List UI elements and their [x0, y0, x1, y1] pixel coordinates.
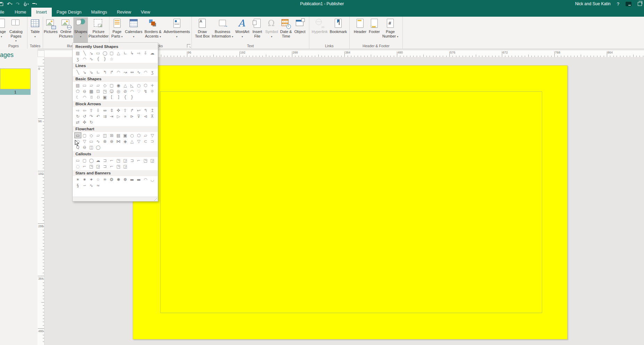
shape-rounded-rectangular-callout-icon[interactable]: ▢	[81, 157, 88, 163]
calendars-button[interactable]: Calendars▾	[124, 17, 144, 43]
shape-curved-right-arrow-icon[interactable]: ↻	[74, 113, 81, 119]
shape-line-callout-2-accent-bar-icon[interactable]: ⌐	[136, 157, 142, 163]
borders-and-accents-button[interactable]: Borders &Accents ▾	[144, 17, 163, 43]
shape-line-callout-3-accent-bar-icon[interactable]: ◳	[142, 157, 149, 163]
shape-arc-icon[interactable]: ◠	[81, 56, 88, 62]
shape-oval-callout-icon[interactable]: ◯	[88, 157, 95, 163]
shape-up-down-arrow-icon[interactable]: ⇕	[108, 107, 115, 113]
restore-window-button[interactable]	[638, 2, 642, 6]
shape-line-icon[interactable]: ╲	[81, 50, 88, 56]
shape-collate-icon[interactable]: ⋈	[115, 138, 122, 144]
shape-double-wave-icon[interactable]: ≈	[95, 182, 102, 188]
shape-display-icon[interactable]: ◯	[95, 144, 102, 150]
advertisements-button[interactable]: Advertisements▾	[163, 17, 191, 43]
shape-internal-storage-icon[interactable]: ⊞	[108, 132, 115, 138]
shape-double-brace-icon[interactable]: {}	[95, 94, 102, 100]
shape-stored-data-icon[interactable]: ⊂	[142, 138, 149, 144]
shape-scribble-icon[interactable]: ʒ	[74, 56, 81, 62]
shape-multidocument-icon[interactable]: ▣	[122, 132, 129, 138]
shape-curved-up-ribbon-icon[interactable]: ◠	[142, 176, 149, 182]
shape-curved-left-arrow-icon[interactable]: ↺	[81, 113, 88, 119]
shape-lightning-bolt-icon[interactable]: ↯	[142, 88, 149, 94]
shape-horizontal-scroll-icon[interactable]: ∽	[81, 182, 88, 188]
touch-mode-button[interactable]: ▾	[23, 2, 29, 6]
shape-circular-arrow-icon[interactable]: ↻	[88, 119, 95, 125]
shape-merge-icon[interactable]: ▽	[136, 138, 142, 144]
shape-heart-icon[interactable]: ♡	[136, 88, 142, 94]
shape-pentagon-icon[interactable]: ▷	[115, 113, 122, 119]
shape-line-callout-1-no-border-icon[interactable]: ◌	[74, 163, 81, 169]
shape-isosceles-triangle-icon[interactable]: △	[122, 82, 129, 88]
shape-u-turn-arrow-icon[interactable]: ↩	[136, 107, 142, 113]
shape-elbow-arrow-connector-icon[interactable]: ↰	[101, 69, 108, 75]
shapes-button[interactable]: Shapes▾	[73, 17, 88, 43]
shape-sun-icon[interactable]: ☼	[149, 88, 156, 94]
date-and-time-button[interactable]: Date &Time	[279, 17, 293, 43]
shape-wave-icon[interactable]: ∿	[88, 182, 95, 188]
tab-file[interactable]: File	[0, 8, 10, 17]
shape-line-callout-4-border-and-accent-bar-icon[interactable]: ◲	[122, 163, 129, 169]
shape-off-page-connector-icon[interactable]: ▽	[81, 138, 88, 144]
shape-bent-up-arrow-icon[interactable]: ↥	[149, 107, 156, 113]
shape-manual-operation-icon[interactable]: ▽	[149, 132, 156, 138]
symbol-button[interactable]: Symbol▾	[264, 17, 279, 43]
shape-line-callout-4-icon[interactable]: ◲	[122, 157, 129, 163]
shape-quad-arrow-icon[interactable]: ✜	[115, 107, 122, 113]
page-number-button[interactable]: PageNumber ▾	[381, 17, 399, 43]
online-pictures-button[interactable]: OnlinePictures	[58, 17, 74, 43]
page-thumbnail[interactable]: 1	[0, 68, 31, 95]
shape-right-bracket-icon[interactable]: ]	[115, 94, 122, 100]
insert-file-button[interactable]: InsertFile	[250, 17, 264, 43]
shape-folded-corner-icon[interactable]: ◳	[101, 88, 108, 94]
shape-direct-access-storage-icon[interactable]: ◫	[88, 144, 95, 150]
shape-elbow-double-arrow-connector-icon[interactable]: ↱	[108, 69, 115, 75]
dropdown-resize-handle[interactable]	[73, 197, 158, 201]
shape-line-callout-3-icon[interactable]: ◳	[115, 157, 122, 163]
shape-right-triangle-icon[interactable]: ◺	[129, 82, 136, 88]
redo-button[interactable]: ↷	[16, 2, 19, 6]
shape-isosceles-triangle-icon[interactable]: △	[115, 50, 122, 56]
save-icon[interactable]	[0, 2, 3, 6]
shape-left-brace-icon[interactable]: {	[95, 56, 102, 62]
shape-bent-arrow-icon[interactable]: ↱	[129, 107, 136, 113]
shape-hexagon-icon[interactable]: ⬡	[142, 82, 149, 88]
page-button[interactable]: Page▾	[0, 17, 8, 43]
shape-delay-icon[interactable]: ⊃	[149, 138, 156, 144]
shape-smiley-face-icon[interactable]: ☺	[108, 88, 115, 94]
tab-home[interactable]: Home	[10, 8, 31, 17]
page-number-badge[interactable]: 1	[0, 89, 31, 95]
shape-trapezoid-icon[interactable]: ▱	[95, 82, 102, 88]
shape-line-callout-1-accent-bar-icon[interactable]: ⊐	[129, 157, 136, 163]
shape-manual-input-icon[interactable]: ▱	[142, 132, 149, 138]
shape-down-arrow-icon[interactable]: ⇩	[142, 50, 149, 56]
page-thumbnail-preview[interactable]	[0, 68, 31, 89]
shape-line-arrow-icon[interactable]: ↘	[88, 50, 95, 56]
pictures-button[interactable]: Pictures	[43, 17, 58, 43]
shape-rectangle-icon[interactable]: ▭	[95, 50, 102, 56]
shape-right-arrow-callout-icon[interactable]: ⊳	[129, 113, 136, 119]
tab-insert[interactable]: Insert	[31, 8, 52, 17]
shape-left-right-up-arrow-icon[interactable]: ⇪	[122, 107, 129, 113]
hyperlink-button[interactable]: Hyperlink	[311, 17, 329, 43]
footer-button[interactable]: Footer	[367, 17, 381, 43]
dialog-launcher-icon[interactable]	[187, 44, 190, 48]
shape-right-arrow-icon[interactable]: ⇨	[74, 107, 81, 113]
page-parts-button[interactable]: PageParts ▾	[110, 17, 124, 43]
shape-star-5-point-icon[interactable]: ☆	[95, 176, 102, 182]
shape-oval-icon[interactable]: ○	[136, 82, 142, 88]
shape-arc-icon[interactable]: ◠	[81, 94, 88, 100]
undo-button[interactable]: ↶▾	[7, 2, 12, 6]
shape-cube-icon[interactable]: ▦	[88, 88, 95, 94]
bookmark-button[interactable]: Bookmark	[329, 17, 348, 43]
shape-magnetic-disk-icon[interactable]: ⊖	[81, 144, 88, 150]
shape-cross-icon[interactable]: +	[149, 82, 156, 88]
shape-up-ribbon-icon[interactable]: ▬	[129, 176, 136, 182]
shape-plaque-icon[interactable]: ▣	[101, 94, 108, 100]
shape-star-8-point-icon[interactable]: ✳	[101, 176, 108, 182]
signed-in-user[interactable]: Nick and Sue Katin	[575, 1, 611, 6]
shape-curved-connector-icon[interactable]: ◠	[115, 69, 122, 75]
shape-block-arc-icon[interactable]: ◠	[129, 88, 136, 94]
shape-or-icon[interactable]: ⊕	[108, 138, 115, 144]
shape-curved-double-arrow-connector-icon[interactable]: ↭	[129, 69, 136, 75]
shape-left-arrow-callout-icon[interactable]: ⊲	[142, 113, 149, 119]
